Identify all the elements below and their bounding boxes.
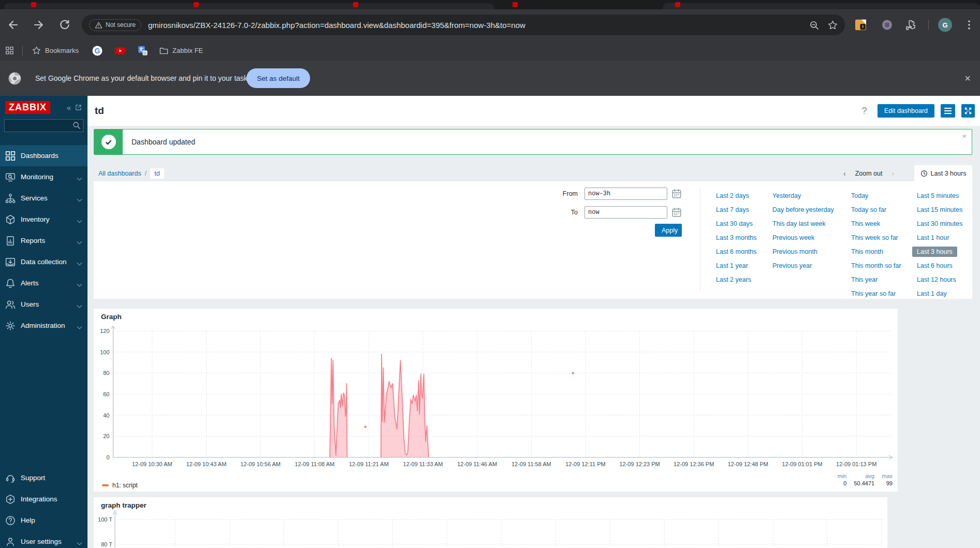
sidebar-item-administration[interactable]: Administration xyxy=(0,315,87,336)
graph-plot[interactable]: 02040608010012012-09 10:30 AM12-09 10:43… xyxy=(94,309,898,492)
quick-range-today[interactable]: Today xyxy=(851,192,868,199)
sidebar-item-users[interactable]: Users xyxy=(0,294,87,315)
browser-tab-active[interactable] xyxy=(663,3,980,9)
browser-tab[interactable] xyxy=(4,3,494,9)
back-icon[interactable] xyxy=(7,19,19,31)
sidebar-collapse-icon[interactable]: « xyxy=(67,103,71,112)
zabbix-logo[interactable]: ZABBIX xyxy=(5,101,50,114)
trapper-widget-title[interactable]: graph trapper xyxy=(101,501,147,509)
browser-menu-icon[interactable] xyxy=(963,19,975,31)
dashboard-menu-button[interactable] xyxy=(941,104,955,118)
profile-avatar[interactable]: G xyxy=(938,18,952,32)
edit-dashboard-button[interactable]: Edit dashboard xyxy=(877,104,934,118)
sidebar-item-data-collection[interactable]: Data collection xyxy=(0,251,87,272)
quick-range-last-5-minutes[interactable]: Last 5 minutes xyxy=(917,192,959,199)
bookmarks-star-icon[interactable] xyxy=(32,46,41,55)
quick-range-last-12-hours[interactable]: Last 12 hours xyxy=(917,276,956,283)
sidebar-item-monitoring[interactable]: Monitoring xyxy=(0,166,87,188)
tab-favicon[interactable] xyxy=(194,2,199,7)
quick-range-this-year-so-far[interactable]: This year so far xyxy=(851,290,896,297)
forward-icon[interactable] xyxy=(33,19,45,31)
sidebar-item-reports[interactable]: Reports xyxy=(0,230,87,251)
sidebar-footer-help[interactable]: Help xyxy=(0,510,87,531)
quick-range-last-6-months[interactable]: Last 6 months xyxy=(716,248,757,255)
quick-range-last-3-months[interactable]: Last 3 months xyxy=(716,234,757,241)
browser-tab-strip[interactable] xyxy=(0,0,980,9)
site-security-chip[interactable]: Not secure xyxy=(89,19,141,31)
google-favicon[interactable]: G xyxy=(92,46,103,56)
quick-range-today-so-far[interactable]: Today so far xyxy=(851,206,886,213)
to-input[interactable] xyxy=(584,206,667,219)
to-calendar-icon[interactable] xyxy=(671,207,682,218)
bookmarks-label[interactable]: Bookmarks xyxy=(45,47,79,54)
set-as-default-button[interactable]: Set as default xyxy=(246,68,310,88)
sidebar-item-dashboards[interactable]: Dashboards xyxy=(0,145,87,166)
quick-range-last-1-day[interactable]: Last 1 day xyxy=(917,290,947,297)
alerts-icon xyxy=(5,278,16,289)
sidebar-item-inventory[interactable]: Inventory xyxy=(0,209,87,230)
quick-range-this-month[interactable]: This month xyxy=(851,248,883,255)
zoom-page-icon[interactable] xyxy=(809,20,819,30)
tab-favicon[interactable] xyxy=(31,2,36,7)
folder-icon[interactable] xyxy=(159,46,168,55)
extension-icon-2[interactable] xyxy=(882,20,893,31)
quick-range-previous-year[interactable]: Previous year xyxy=(772,262,812,269)
sidebar-popout-icon[interactable] xyxy=(75,104,82,111)
quick-range-previous-week[interactable]: Previous week xyxy=(772,234,814,241)
quick-range-last-2-days[interactable]: Last 2 days xyxy=(716,192,749,199)
quick-range-day-before-yesterday[interactable]: Day before yesterday xyxy=(772,206,834,213)
bookmark-star-icon[interactable] xyxy=(828,20,838,30)
banner-close-icon[interactable]: × xyxy=(964,73,971,84)
quick-range-last-7-days[interactable]: Last 7 days xyxy=(716,206,749,213)
from-calendar-icon[interactable] xyxy=(671,189,682,199)
tab-favicon[interactable] xyxy=(353,2,358,7)
fullscreen-button[interactable] xyxy=(961,104,975,118)
help-icon[interactable]: ? xyxy=(861,105,867,117)
quick-range-this-month-so-far[interactable]: This month so far xyxy=(851,262,901,269)
sidebar-search-input[interactable] xyxy=(4,119,83,132)
quick-range-last-1-year[interactable]: Last 1 year xyxy=(716,262,748,269)
quick-range-last-15-minutes[interactable]: Last 15 minutes xyxy=(917,206,962,213)
svg-text:12-09 11:58 AM: 12-09 11:58 AM xyxy=(511,461,551,467)
quick-range-last-3-hours[interactable]: Last 3 hours xyxy=(912,247,957,257)
sidebar-item-services[interactable]: Services xyxy=(0,188,87,209)
extension-icon-1[interactable] xyxy=(855,20,866,31)
time-forward-icon[interactable]: › xyxy=(891,169,894,178)
reload-icon[interactable] xyxy=(59,19,70,31)
time-back-icon[interactable]: ‹ xyxy=(843,169,846,178)
url-text[interactable]: gmirosnikovs/ZBX-24126-7.0-2/zabbix.php?… xyxy=(148,21,800,30)
url-bar[interactable]: Not secure gmirosnikovs/ZBX-24126-7.0-2/… xyxy=(82,15,845,35)
tab-favicon[interactable] xyxy=(675,2,680,7)
time-range-tab[interactable]: Last 3 hours xyxy=(914,165,972,181)
breadcrumb-current[interactable]: td xyxy=(150,168,164,179)
graph-widget-title[interactable]: Graph xyxy=(101,313,122,321)
sidebar-footer-user-settings[interactable]: User settings xyxy=(0,531,87,548)
tab-favicon[interactable] xyxy=(513,2,518,7)
message-close-icon[interactable]: × xyxy=(962,132,967,140)
youtube-favicon[interactable] xyxy=(115,46,125,56)
from-input[interactable] xyxy=(584,188,667,200)
quick-range-last-6-hours[interactable]: Last 6 hours xyxy=(917,262,953,269)
apply-button[interactable]: Apply xyxy=(655,224,682,237)
breadcrumb-all-dashboards[interactable]: All dashboards xyxy=(98,170,141,177)
quick-range-yesterday[interactable]: Yesterday xyxy=(772,192,801,199)
zoom-out-button[interactable]: Zoom out xyxy=(855,170,883,177)
quick-range-this-week-so-far[interactable]: This week so far xyxy=(851,234,898,241)
sidebar-footer-integrations[interactable]: Integrations xyxy=(0,488,87,510)
quick-range-last-1-hour[interactable]: Last 1 hour xyxy=(917,234,949,241)
trapper-plot[interactable]: 100 T80 T xyxy=(94,497,887,548)
quick-range-last-30-days[interactable]: Last 30 days xyxy=(716,220,753,227)
quick-range-this-week[interactable]: This week xyxy=(851,220,880,227)
sidebar-item-alerts[interactable]: Alerts xyxy=(0,272,87,294)
sidebar-footer-support[interactable]: Support xyxy=(0,467,87,488)
quick-range-previous-month[interactable]: Previous month xyxy=(772,248,817,255)
extensions-puzzle-icon[interactable] xyxy=(905,19,916,31)
quick-range-last-30-minutes[interactable]: Last 30 minutes xyxy=(917,220,962,227)
translate-favicon[interactable]: G xyxy=(138,46,148,56)
graph-legend-item[interactable]: h1: script xyxy=(102,482,138,489)
bookmark-folder-label[interactable]: Zabbix FE xyxy=(172,47,203,54)
apps-grid-icon[interactable] xyxy=(5,46,14,55)
quick-range-this-day-last-week[interactable]: This day last week xyxy=(772,220,826,227)
quick-range-last-2-years[interactable]: Last 2 years xyxy=(716,276,751,283)
quick-range-this-year[interactable]: This year xyxy=(851,276,877,283)
